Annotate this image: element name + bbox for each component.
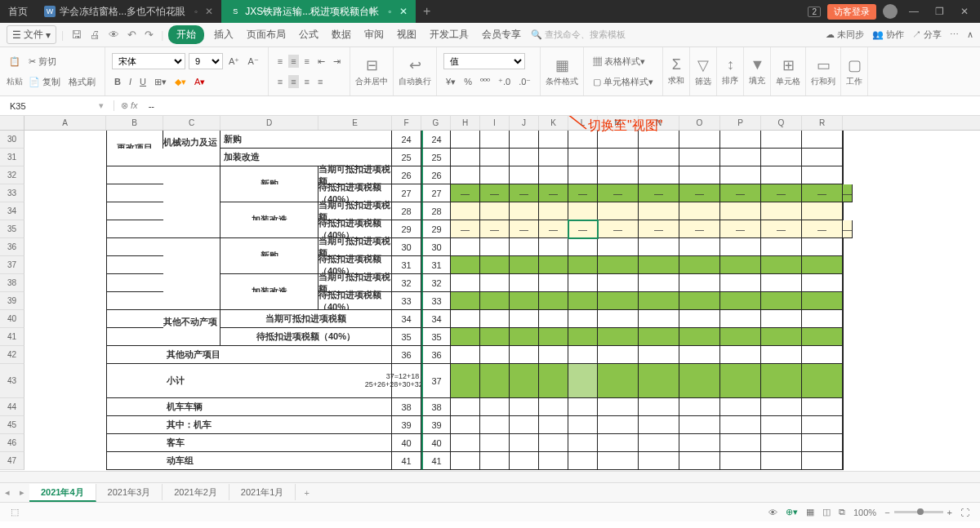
cell-H45[interactable] [480, 416, 510, 434]
cell-O47[interactable] [720, 452, 761, 470]
cell-N32[interactable] [679, 166, 720, 184]
italic-button[interactable]: I [127, 75, 134, 88]
dec-inc-icon[interactable]: ⁺.0 [496, 75, 513, 89]
sheet-tab-1[interactable]: 2021年3月 [96, 484, 163, 500]
cell-I43[interactable] [510, 364, 539, 398]
cell-R39[interactable] [843, 292, 844, 310]
cell-K45[interactable] [568, 416, 598, 434]
cell-O34[interactable] [720, 202, 761, 220]
cell-P37[interactable] [761, 256, 802, 274]
cell-H33[interactable] [480, 184, 510, 202]
cell-M35[interactable] [639, 220, 679, 238]
col-F[interactable]: F [392, 116, 421, 130]
cell-L38[interactable] [598, 274, 639, 292]
cell-K42[interactable] [568, 346, 598, 364]
row-47[interactable]: 47 [0, 452, 24, 470]
cell-M43[interactable] [639, 364, 679, 398]
minimize-button[interactable]: — [904, 6, 924, 17]
align-justify-icon[interactable]: ≡ [315, 75, 325, 88]
fx-icon[interactable]: ⊗ fx [114, 100, 145, 111]
underline-button[interactable]: U [137, 75, 149, 88]
collab-button[interactable]: 👥 协作 [872, 29, 904, 41]
cell-J43[interactable] [539, 364, 568, 398]
row-43[interactable]: 43 [0, 364, 24, 398]
col-H[interactable]: H [451, 116, 480, 130]
indent-dec-icon[interactable]: ⇤ [315, 55, 327, 69]
menu-插入[interactable]: 插入 [207, 25, 240, 43]
cell-H46[interactable] [480, 434, 510, 452]
cell-Q45[interactable] [802, 416, 843, 434]
condfmt-icon[interactable]: ▦ [555, 56, 569, 74]
cell-M42[interactable] [639, 346, 679, 364]
numfmt-select[interactable]: 值 [443, 53, 525, 69]
worksheet-icon[interactable]: ▢ [848, 56, 862, 74]
cell-L39[interactable] [598, 292, 639, 310]
align-right-icon[interactable]: ≡ [302, 75, 312, 88]
sheet-tab-0[interactable]: 2021年4月 [29, 484, 96, 502]
cell-K36[interactable] [568, 238, 598, 256]
cell-O44[interactable] [720, 398, 761, 416]
cell-N31[interactable] [679, 149, 720, 166]
view-break-icon[interactable]: ⧉ [835, 507, 849, 517]
cell-K46[interactable] [568, 434, 598, 452]
cell-P32[interactable] [761, 166, 802, 184]
avatar[interactable] [883, 4, 898, 19]
inc-font-icon[interactable]: A⁺ [226, 55, 242, 69]
cell-Q36[interactable] [802, 238, 843, 256]
more-menu[interactable]: ⋯ [950, 29, 959, 40]
cell-N38[interactable] [679, 274, 720, 292]
wrap-icon[interactable]: ↩ [409, 56, 421, 74]
cell-R46[interactable] [843, 434, 844, 452]
cell-G44[interactable] [451, 398, 480, 416]
cell-N46[interactable] [679, 434, 720, 452]
zoom-out-button[interactable]: − [880, 508, 893, 517]
cell-H40[interactable] [480, 310, 510, 328]
cell-N35[interactable] [679, 220, 720, 238]
col-C[interactable]: C [163, 116, 220, 130]
cell-Q46[interactable] [802, 434, 843, 452]
cell-M41[interactable] [639, 328, 679, 346]
cell-N33[interactable] [679, 184, 720, 202]
col-K[interactable]: K [539, 116, 568, 130]
indent-inc-icon[interactable]: ⇥ [331, 55, 343, 69]
eye-icon[interactable]: 👁 [764, 508, 782, 517]
format-painter-button[interactable]: 格式刷 [66, 74, 98, 90]
cell-Q41[interactable] [802, 328, 843, 346]
cell-K38[interactable] [568, 274, 598, 292]
cell-I36[interactable] [510, 238, 539, 256]
cell-K41[interactable] [568, 328, 598, 346]
cell-G30[interactable] [451, 131, 480, 149]
align-top-icon[interactable]: ≡ [275, 55, 285, 68]
cell-I35[interactable] [510, 220, 539, 238]
tab-nav-prev[interactable]: ◂ [0, 487, 15, 498]
filter-icon[interactable]: ▽ [697, 56, 709, 74]
percent-icon[interactable]: % [461, 75, 474, 88]
cell-R36[interactable] [843, 238, 844, 256]
cell-P45[interactable] [761, 416, 802, 434]
cell-J44[interactable] [539, 398, 568, 416]
col-E[interactable]: E [318, 116, 392, 130]
cell-L46[interactable] [598, 434, 639, 452]
row-33[interactable]: 33 [0, 184, 24, 202]
col-D[interactable]: D [220, 116, 318, 130]
cell-L41[interactable] [598, 328, 639, 346]
row-42[interactable]: 42 [0, 346, 24, 364]
sheet-tab-2[interactable]: 2021年2月 [163, 484, 229, 500]
cell-Q38[interactable] [802, 274, 843, 292]
cell-M46[interactable] [639, 434, 679, 452]
cell-O36[interactable] [720, 238, 761, 256]
cell-P41[interactable] [761, 328, 802, 346]
sum-icon[interactable]: Σ [672, 56, 681, 73]
cell-R31[interactable] [843, 149, 844, 166]
merge-icon[interactable]: ⊟ [366, 56, 378, 74]
cell-G45[interactable] [451, 416, 480, 434]
search-box[interactable]: 🔍 查找命令、搜索模板 [531, 29, 626, 41]
cell-O45[interactable] [720, 416, 761, 434]
view-normal-icon[interactable]: ▦ [802, 507, 818, 517]
cell-M39[interactable] [639, 292, 679, 310]
cell-J34[interactable] [539, 202, 568, 220]
cell-P33[interactable] [761, 184, 802, 202]
align-center-icon[interactable]: ≡ [288, 75, 298, 88]
menu-审阅[interactable]: 审阅 [358, 25, 390, 43]
cell-R43[interactable] [843, 364, 844, 398]
